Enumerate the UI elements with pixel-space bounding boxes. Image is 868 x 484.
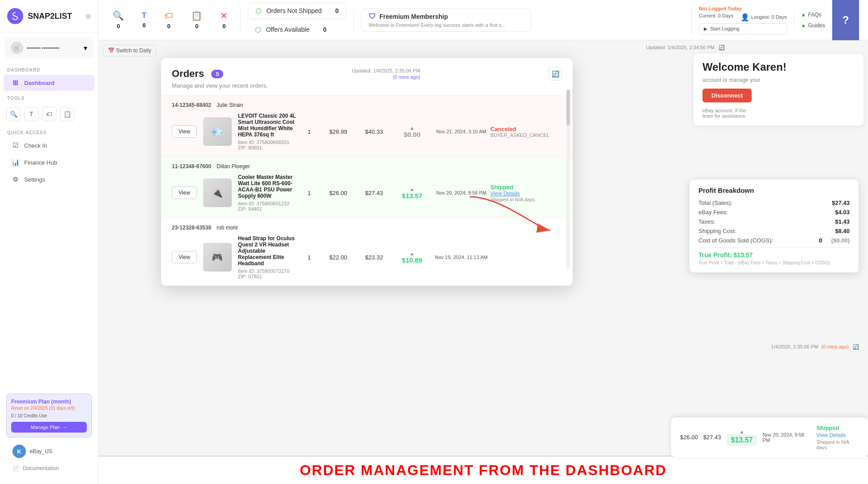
order-2-profit-toggle[interactable]: ▲	[392, 187, 432, 192]
order-1-buyer: Julie Strain	[217, 102, 243, 108]
pb-true-profit-value: $13.57	[734, 251, 753, 259]
order-2-profit: ▲ $13.57	[392, 187, 432, 200]
offers-available-block[interactable]: ⬡ Offers Available 0	[248, 22, 346, 38]
disconnect-button[interactable]: Disconnect	[702, 89, 752, 102]
timestamp-right-text: 1/4/2025, 2:35:06 PM	[771, 344, 818, 349]
header-tool-search[interactable]: 🔍 0	[107, 7, 129, 33]
order-3-details: View 🎮 Head Strap for Oculus Quest 2 VR …	[172, 235, 562, 279]
plan-reset: Reset on 2/4/2025 (31 days left)	[11, 406, 87, 411]
header-text-count: 0	[143, 22, 146, 29]
help-button[interactable]: ?	[832, 0, 859, 40]
order-1-product-info: LEVOIT Classic 200 4L Smart Ultrasonic C…	[238, 113, 298, 150]
pb-total-sales-value: $27.43	[832, 200, 850, 206]
order-3-date: Nov 19, 2024, 11:13 AM	[432, 255, 490, 260]
orders-count-badge: 5	[211, 70, 223, 78]
bc-status: Shipped	[817, 425, 859, 431]
order-3-view-button[interactable]: View	[172, 251, 197, 263]
credits-used: 0 / 10 Credits Use	[11, 413, 87, 418]
order-1-qty: 1	[298, 128, 320, 135]
header-divider-2	[353, 9, 354, 31]
timestamp-right-panel: 1/4/2025, 2:35:06 PM (0 mins ago) 🔄	[771, 344, 859, 350]
order-2-product-image: 🔌	[203, 178, 232, 207]
guides-label: Guides	[808, 22, 825, 29]
play-icon: ▶	[704, 26, 707, 32]
manage-plan-button[interactable]: Manage Plan →	[11, 422, 87, 433]
switch-to-daily-button[interactable]: 📅 Switch to Daily	[103, 45, 156, 56]
modal-refresh-button[interactable]: 🔄	[549, 67, 562, 81]
header-tag-count: 0	[167, 23, 170, 30]
tag-tool-icon[interactable]: 🏷	[42, 107, 56, 121]
account-dropdown-icon: ▾	[84, 44, 87, 52]
header-right: Not Logged Today Current: 0 Days 👤 Longe…	[691, 0, 859, 40]
order-1-id: 14-12345-88402	[172, 102, 211, 108]
order-1-status-reason: BUYER_ASKED_CANCEL	[490, 132, 562, 138]
start-logging-label: Start Logging	[710, 26, 739, 31]
sidebar-item-documentation[interactable]: 📄 Documentation	[6, 462, 92, 475]
sidebar-item-checkin[interactable]: ☑ Check In	[4, 137, 94, 153]
orders-not-shipped-block[interactable]: ⬡ Orders Not Shipped 0	[248, 3, 346, 19]
bc-view-details-link[interactable]: View Details	[817, 432, 859, 438]
guides-link[interactable]: ● Guides	[802, 22, 825, 29]
modal-header: Orders 5 Updated: 1/4/2025, 2:35:06 PM (…	[161, 58, 573, 96]
search-tool-icon[interactable]: 🔍	[6, 107, 21, 121]
order-1-product-name: LEVOIT Classic 200 4L Smart Ultrasonic C…	[238, 113, 298, 138]
header-cancel-count: 0	[222, 23, 226, 30]
order-1-item-id: Item ID: 375800668331	[238, 140, 298, 145]
order-3-product-info: Head Strap for Oculus Quest 2 VR Headset…	[238, 235, 298, 279]
dashboard-section-label: DASHBOARD	[0, 63, 98, 74]
orders-modal: Orders 5 Updated: 1/4/2025, 2:35:06 PM (…	[161, 58, 573, 286]
finance-icon: 📊	[11, 158, 20, 166]
header-tool-list[interactable]: 📋 0	[186, 7, 208, 33]
welcome-title: Welcome Karen!	[702, 61, 855, 73]
sidebar-toggle-icon[interactable]: ⊞	[85, 13, 91, 20]
list-tool-icon[interactable]: 📋	[60, 107, 74, 121]
header-tool-text[interactable]: T 0	[136, 8, 152, 32]
right-refresh-icon[interactable]: 🔄	[853, 344, 859, 349]
header-tool-tag[interactable]: 🏷 0	[159, 7, 179, 33]
footer-annotation: ORDER MANAGEMENT FROM THE DASHBOARD	[98, 455, 868, 484]
order-2-qty: 1	[298, 190, 320, 196]
faq-link[interactable]: ● FAQs	[802, 11, 825, 18]
account-selector[interactable]: 🛒 •••••••• •••••••••• ▾	[4, 37, 94, 59]
faq-label: FAQs	[808, 12, 821, 18]
header-text-icon: T	[142, 11, 146, 20]
order-2-view-button[interactable]: View	[172, 187, 197, 199]
order-1-view-button[interactable]: View	[172, 125, 197, 138]
text-tool-icon[interactable]: T	[24, 107, 38, 121]
background-updated-time: Updated: 1/4/2025, 2:34:56 PM 🔄	[646, 45, 725, 51]
bc-profit-toggle[interactable]: ▲	[740, 429, 745, 434]
docs-label: Documentation	[23, 465, 59, 471]
order-3-sale: $23.32	[356, 254, 392, 261]
bg-refresh-icon[interactable]: 🔄	[719, 45, 725, 50]
sidebar: SNAP2LIST ⊞ 🛒 •••••••• •••••••••• ▾ DASH…	[0, 0, 98, 484]
top-header: 🔍 0 T 0 🏷 0 📋 0 ✕ 0 ⬡ Orders Not Shipped…	[98, 0, 868, 40]
sidebar-item-finance-hub[interactable]: 📊 Finance Hub	[4, 154, 94, 170]
main-content: 📅 Switch to Daily Updated: 1/4/2025, 2:3…	[98, 40, 868, 484]
order-3-profit-toggle[interactable]: ▲	[392, 251, 432, 256]
order-1-meta: 14-12345-88402 Julie Strain	[172, 102, 562, 108]
sidebar-item-settings[interactable]: ⚙ Settings	[4, 171, 94, 187]
order-2-status: Shipped View Details Shipped in N/A days	[490, 184, 562, 202]
order-3-profit: ▲ $10.89	[392, 251, 432, 264]
account-name: •••••••• ••••••••••	[27, 45, 80, 51]
app-name: SNAP2LIST	[28, 12, 72, 21]
pb-total-sales-label: Total (Sales):	[698, 200, 732, 206]
modal-scrollbar[interactable]	[566, 89, 570, 268]
faq-icon: ●	[802, 11, 805, 18]
switch-daily-icon: 📅	[108, 47, 115, 54]
sidebar-item-dashboard[interactable]: ⊞ Dashboard	[4, 75, 94, 91]
start-logging-button[interactable]: ▶ Start Logging	[699, 23, 787, 34]
order-2-details: View 🔌 Cooler Master Master Watt Lite 60…	[172, 174, 562, 212]
header-tool-cancel[interactable]: ✕ 0	[215, 7, 233, 33]
help-icon: ?	[842, 14, 849, 26]
pb-ebay-fees-label: eBay Fees:	[698, 209, 728, 216]
order-1-profit-toggle[interactable]: ▲	[392, 125, 432, 131]
manage-plan-arrow-icon: →	[62, 425, 67, 430]
bc-cost: $26.00	[680, 434, 698, 441]
pb-true-profit: True Profit: $13.57	[698, 247, 850, 259]
order-1-profit-amount: $0.00	[392, 131, 432, 138]
longest-days: Longest: 0 Days	[751, 14, 787, 20]
scrollbar-thumb[interactable]	[566, 89, 570, 125]
order-2-view-details-link[interactable]: View Details	[490, 191, 562, 197]
plan-name: Freemium Plan (month)	[11, 399, 87, 405]
